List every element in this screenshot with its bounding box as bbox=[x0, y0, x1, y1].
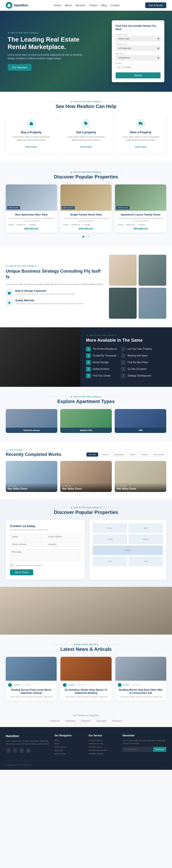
footer-service-2[interactable]: Hamilton Europe bbox=[89, 743, 118, 745]
name-input[interactable] bbox=[10, 534, 44, 539]
buy-card-link[interactable]: Find It Here bbox=[25, 146, 37, 148]
form-row-2 bbox=[10, 541, 80, 547]
popular-view-all[interactable]: ▲ View All 3291 New Listings ▲ bbox=[70, 171, 102, 173]
dot-3[interactable] bbox=[88, 236, 90, 238]
footer-nav-home[interactable]: Home bbox=[55, 739, 84, 741]
nav-project[interactable]: Project bbox=[89, 4, 98, 7]
right-item-5[interactable]: Strategy Development bbox=[121, 373, 152, 378]
filter-floor[interactable]: Floor project bbox=[151, 453, 166, 457]
left-item-4[interactable]: 4 Global Architect bbox=[86, 367, 117, 372]
news-card-1[interactable]: Bradley June 02/22 Roofing Survey Points… bbox=[6, 657, 57, 701]
apt-card-3[interactable]: Villa bbox=[115, 409, 166, 433]
rent-card-link[interactable]: Find It Here bbox=[135, 146, 147, 148]
footer-nav-blog[interactable]: Blog Team bbox=[55, 749, 84, 751]
property-image-3: $941/month bbox=[115, 184, 166, 211]
footer-nav-about[interactable]: About bbox=[55, 743, 84, 745]
footer-service-4[interactable]: Hamilton Real Estate bbox=[89, 749, 118, 751]
filter-landlot[interactable]: Land lot bbox=[100, 453, 111, 457]
footer-newsletter-heading: Newsletter bbox=[123, 734, 166, 737]
news-author-3: Bradley bbox=[123, 684, 130, 686]
phone-input[interactable] bbox=[10, 541, 44, 547]
right-item-2[interactable]: Meeting with Agent bbox=[121, 353, 152, 358]
work-card-2[interactable]: ▲ See Me Hoe Valley Zones bbox=[60, 461, 112, 492]
location-input[interactable] bbox=[46, 541, 80, 547]
news-card-2[interactable]: Bradley June 02/22 Ex-Homeless Shelter H… bbox=[61, 657, 111, 701]
works-view-all[interactable]: ▲ View of Project bbox=[6, 449, 166, 451]
budget-input[interactable] bbox=[116, 65, 161, 70]
terms-checkbox[interactable] bbox=[10, 564, 13, 567]
how-we-help-view-all[interactable]: ▲ View All 3291 New Listings ▲ bbox=[70, 100, 102, 103]
newsletter-email-input[interactable] bbox=[123, 747, 152, 752]
footer-service-3[interactable]: Hamilton House bbox=[89, 746, 118, 748]
svg-rect-4 bbox=[8, 292, 11, 294]
news-card-3[interactable]: Bradley June 02/22 Building Worker Help … bbox=[115, 657, 166, 701]
right-item-1[interactable]: List Your Own Property bbox=[121, 347, 152, 351]
property-info-3: Apartment Luxury Family Home Lorem ipsum… bbox=[115, 211, 166, 232]
footer: Hamilton Lorem ipsum dolor sit amet cons… bbox=[0, 727, 172, 770]
left-item-1[interactable]: 1 The Perfect Residence bbox=[86, 347, 117, 351]
living-room-image bbox=[0, 587, 172, 634]
left-item-2[interactable]: 2 Trusted By Thousands bbox=[86, 353, 117, 358]
facebook-icon[interactable]: f bbox=[6, 748, 11, 753]
nav-contact[interactable]: Contact bbox=[110, 4, 119, 7]
message-textarea[interactable] bbox=[10, 549, 80, 561]
nav-services[interactable]: Services bbox=[75, 4, 85, 7]
discover-inner: Contact us today We help you find your d… bbox=[6, 520, 166, 580]
search-button[interactable]: Search bbox=[116, 72, 161, 79]
property-info-1: Nice Apartment Nice View Lorem ipsum dol… bbox=[6, 211, 57, 232]
strategy-image-3 bbox=[109, 288, 137, 319]
work-card-1[interactable]: ▲ See Me Hoe Valley Zones bbox=[6, 461, 57, 492]
nav-about[interactable]: About bbox=[65, 4, 72, 7]
email-input[interactable] bbox=[46, 534, 80, 539]
apt-card-2[interactable]: Modern Flat bbox=[60, 409, 112, 433]
right-icon-5 bbox=[121, 373, 126, 378]
footer-service-1[interactable]: Hamilton Global bbox=[89, 739, 118, 741]
property-type-select[interactable]: Select Type bbox=[116, 36, 161, 41]
apt-card-1[interactable]: Victorian House bbox=[6, 409, 57, 433]
instagram-icon[interactable]: ig bbox=[26, 748, 31, 753]
property-size-label: Property Size bbox=[116, 43, 161, 45]
property-plan-card: Room Bath Living Kitchen Master Bed Hall bbox=[89, 520, 166, 580]
filter-factory[interactable]: Factory bbox=[139, 453, 150, 457]
property-size-select[interactable]: All Properties bbox=[116, 45, 161, 51]
left-item-5[interactable]: 5 Find Your Dream bbox=[86, 373, 117, 378]
dot-2[interactable] bbox=[85, 236, 87, 238]
nav-blog[interactable]: Blog bbox=[101, 4, 107, 7]
pop-divider-left bbox=[50, 172, 69, 172]
filter-all[interactable]: All Posts bbox=[87, 453, 98, 457]
right-item-3[interactable]: Find the Best Place bbox=[121, 360, 152, 365]
navigation: Hamilton Home About Services Project Blo… bbox=[0, 0, 172, 11]
strategy-feature-2: Quality Materials Lorem ipsum dolor sit … bbox=[6, 299, 103, 306]
news-view-all[interactable]: ▲ Blog & News View all ▲ bbox=[73, 643, 99, 646]
footer-nav-property[interactable]: Find Property bbox=[55, 746, 84, 748]
nav-home[interactable]: Home bbox=[54, 4, 61, 7]
filter-newspaper[interactable]: Newspaper bbox=[112, 453, 126, 457]
contact-view-all[interactable]: ▲ View All 3291 New Listings ▲ bbox=[70, 506, 102, 509]
contact-divider-right bbox=[103, 507, 122, 507]
twitter-icon[interactable]: t bbox=[12, 748, 18, 753]
hero-cta-button[interactable]: Our Services bbox=[8, 64, 32, 71]
baths-1: 2 Bathroom bbox=[16, 224, 26, 226]
linkedin-icon[interactable]: in bbox=[19, 748, 24, 753]
logo[interactable]: Hamilton bbox=[6, 2, 28, 9]
bedroom-select[interactable]: All Bedroom bbox=[116, 55, 161, 60]
news-body-1: Bradley June 02/22 Roofing Survey Points… bbox=[6, 681, 57, 701]
work-card-3[interactable]: ▲ See Me Hoe Valley Zones bbox=[115, 461, 166, 492]
get-quote-button[interactable]: Get A Quote bbox=[145, 2, 166, 8]
footer-service-5[interactable]: Hamilton Trading bbox=[89, 753, 118, 755]
filter-interior[interactable]: Interior bbox=[128, 453, 138, 457]
form-checkbox-label: I agree to the terms & conditions bbox=[10, 564, 80, 567]
location-field bbox=[46, 541, 80, 547]
apt-view-all[interactable]: ▲ View All 3291 New Listings ▲ bbox=[70, 395, 102, 398]
price-badge-2: $941/month bbox=[62, 206, 75, 209]
submit-button[interactable]: Get In Touch bbox=[10, 569, 33, 575]
dot-1[interactable] bbox=[82, 236, 84, 238]
hero-description: Lorem ipsum dolor sit amet consectetur a… bbox=[8, 53, 89, 60]
footer-nav-more[interactable]: More & Team bbox=[55, 753, 84, 755]
footer-navigation-col: Our Navigation Home About Find Property … bbox=[55, 734, 84, 756]
sell-card-link[interactable]: Find It Here bbox=[80, 146, 92, 148]
left-item-3[interactable]: 3 Rental Storage bbox=[86, 360, 117, 365]
right-item-4[interactable]: Go See & Explore bbox=[121, 367, 152, 372]
newsletter-subscribe-button[interactable]: Subscribe bbox=[153, 747, 166, 752]
plan-cell-2: Bath bbox=[129, 523, 163, 533]
